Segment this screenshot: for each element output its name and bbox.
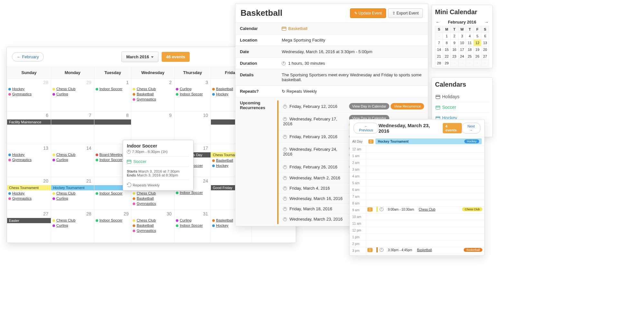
mini-day[interactable]: 7: [435, 40, 443, 46]
event-item[interactable]: Chess Club: [52, 191, 93, 196]
day-cell[interactable]: 9: [131, 111, 175, 144]
event-item[interactable]: Gymnastics: [133, 228, 173, 233]
day-cell[interactable]: 13HockeyGymnastics: [7, 144, 51, 177]
event-item[interactable]: Indoor Soccer: [176, 91, 209, 97]
day-cell[interactable]: 30Chess ClubBasketballGymnastics: [131, 210, 175, 243]
mini-day[interactable]: 22: [443, 53, 450, 60]
day-cell[interactable]: 29Indoor Soccer: [94, 210, 131, 243]
mini-next-button[interactable]: →: [484, 20, 488, 24]
prev-month-button[interactable]: ← February: [12, 52, 44, 62]
mini-prev-button[interactable]: ←: [436, 20, 440, 24]
event-item[interactable]: Chess Club: [52, 218, 93, 223]
day-cell[interactable]: 8: [94, 111, 131, 144]
event-item[interactable]: Indoor Soccer: [176, 190, 209, 195]
mini-day[interactable]: 29: [443, 60, 450, 67]
month-picker-button[interactable]: March 2016: [121, 52, 158, 62]
event-item[interactable]: Basketball: [133, 196, 173, 201]
mini-day[interactable]: 2: [450, 33, 458, 40]
day-cell[interactable]: 21Hockey TournamentChess ClubCurling: [51, 177, 94, 210]
mini-day[interactable]: 28: [435, 60, 443, 67]
event-item[interactable]: Chess Club: [133, 191, 173, 196]
mini-day[interactable]: 8: [443, 40, 450, 46]
event-bar[interactable]: Facility Maintenance: [7, 119, 51, 125]
day-cell[interactable]: 2Chess ClubBasketballGymnastics: [131, 79, 175, 111]
mini-day[interactable]: 20: [481, 46, 489, 53]
export-event-button[interactable]: ⇪ Export Event: [388, 8, 423, 18]
day-cell[interactable]: 6Facility Maintenance: [7, 111, 51, 144]
mini-day[interactable]: 13: [481, 40, 489, 46]
mini-day[interactable]: 24: [458, 53, 466, 60]
event-item[interactable]: Hockey: [8, 152, 50, 157]
event-bar[interactable]: [94, 119, 131, 125]
day-cell[interactable]: 28HockeyGymnastics: [7, 79, 51, 111]
event-item[interactable]: Curling: [52, 157, 93, 162]
event-item[interactable]: Indoor Soccer: [96, 86, 130, 91]
mini-day[interactable]: 12: [474, 40, 481, 46]
event-item[interactable]: Indoor Soccer: [96, 191, 130, 196]
event-item[interactable]: Gymnastics: [133, 97, 173, 102]
day-cell[interactable]: 14Chess ClubCurling: [51, 144, 94, 177]
event-item[interactable]: Chess Club: [52, 152, 93, 157]
mini-day[interactable]: 10: [458, 40, 466, 46]
event-item[interactable]: Gymnastics: [8, 91, 50, 97]
event-item[interactable]: Curling: [52, 223, 93, 228]
calendar-link[interactable]: Basketball: [288, 26, 308, 31]
mini-day[interactable]: 26: [474, 53, 481, 60]
event-item[interactable]: Indoor Soccer: [96, 218, 130, 223]
day-prev-button[interactable]: ← Previous: [354, 123, 378, 134]
mini-day[interactable]: 23: [450, 53, 458, 60]
event-item[interactable]: Hockey: [8, 86, 50, 91]
mini-day[interactable]: 19: [474, 46, 481, 53]
event-item[interactable]: Hockey: [8, 191, 50, 196]
event-bar[interactable]: Chess Tournament: [7, 185, 51, 190]
day-cell[interactable]: 27Easter: [7, 210, 51, 243]
mini-day[interactable]: 21: [435, 53, 443, 60]
mini-day[interactable]: 25: [466, 53, 474, 60]
event-item[interactable]: Gymnastics: [8, 196, 50, 201]
day-cell[interactable]: 29Chess ClubCurling: [51, 79, 94, 111]
day-cell[interactable]: 10: [175, 111, 211, 144]
day-event[interactable]: 19:00am - 10:30am Chess ClubChess Club: [367, 207, 484, 212]
event-item[interactable]: Curling: [176, 86, 209, 91]
event-item[interactable]: Basketball: [133, 91, 173, 97]
event-item[interactable]: Curling: [52, 196, 93, 201]
event-item[interactable]: Gymnastics: [8, 157, 50, 162]
day-cell[interactable]: 1Indoor Soccer: [94, 79, 131, 111]
mini-day[interactable]: 14: [435, 46, 443, 53]
day-cell[interactable]: 28Chess ClubCurling: [51, 210, 94, 243]
mini-day[interactable]: 18: [466, 46, 474, 53]
day-next-button[interactable]: Next →: [462, 123, 480, 134]
mini-day[interactable]: 1: [443, 33, 450, 40]
event-bar[interactable]: [51, 119, 94, 125]
event-item[interactable]: Curling: [52, 91, 93, 97]
view-recurrence-button[interactable]: View Recurrence: [391, 103, 424, 109]
mini-day[interactable]: 4: [466, 33, 474, 40]
mini-day[interactable]: 6: [481, 33, 489, 40]
event-item[interactable]: Indoor Soccer: [176, 223, 209, 228]
update-event-button[interactable]: ✎ Update Event: [350, 8, 386, 18]
event-item[interactable]: Chess Club: [133, 218, 173, 223]
mini-day[interactable]: 3: [458, 33, 466, 40]
event-bar[interactable]: Easter: [7, 218, 51, 223]
mini-day[interactable]: 16: [450, 46, 458, 53]
event-bar[interactable]: Hockey Tournament: [51, 185, 94, 190]
mini-day[interactable]: 15: [443, 46, 450, 53]
day-cell[interactable]: 7: [51, 111, 94, 144]
day-cell[interactable]: 31CurlingIndoor Soccer: [175, 210, 211, 243]
event-item[interactable]: Chess Club: [133, 86, 173, 91]
day-event[interactable]: 13:30pm - 4:45pm BasketballBasketball: [367, 247, 484, 252]
allday-event[interactable]: Hockey Tournament Hockey: [375, 138, 482, 144]
mini-day[interactable]: 27: [481, 53, 489, 60]
event-item[interactable]: Basketball: [133, 223, 173, 228]
event-item[interactable]: Gymnastics: [133, 201, 173, 206]
event-item[interactable]: Curling: [176, 218, 209, 223]
event-item[interactable]: Chess Club: [52, 86, 93, 91]
mini-day[interactable]: 5: [474, 33, 481, 40]
calendar-list-item[interactable]: Soccer: [435, 102, 489, 112]
day-cell[interactable]: 3CurlingIndoor Soccer: [175, 79, 211, 111]
mini-day[interactable]: 9: [450, 40, 458, 46]
view-day-button[interactable]: View Day in Calendar: [349, 103, 390, 109]
mini-day[interactable]: 11: [466, 40, 474, 46]
tooltip-calendar-link[interactable]: Soccer: [133, 159, 146, 164]
mini-day[interactable]: 17: [458, 46, 466, 53]
